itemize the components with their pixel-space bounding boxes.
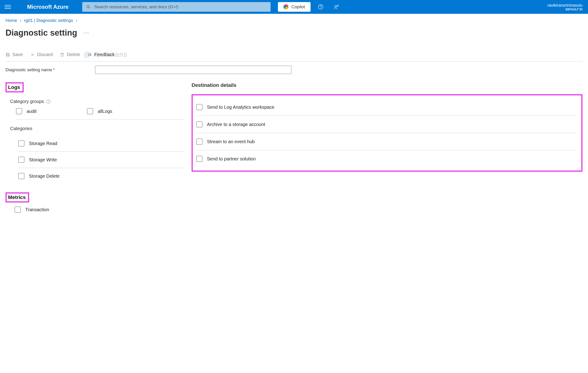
- checkbox-label: allLogs: [98, 109, 112, 114]
- setting-name-row: Diagnostic setting name*: [6, 66, 582, 74]
- discard-button: Discard: [30, 52, 53, 57]
- discard-label: Discard: [37, 52, 53, 57]
- checkbox-storage-delete[interactable]: Storage Delete: [18, 168, 185, 184]
- help-button[interactable]: [315, 1, 326, 12]
- checkbox-icon[interactable]: [18, 140, 24, 146]
- checkbox-transaction[interactable]: Transaction: [15, 207, 185, 213]
- svg-point-0: [87, 5, 90, 8]
- chevron-right-icon: ›: [76, 18, 77, 23]
- search-container: [82, 2, 271, 12]
- copilot-icon: [284, 4, 288, 10]
- hamburger-menu-icon[interactable]: [5, 4, 11, 10]
- checkbox-icon[interactable]: [196, 104, 202, 110]
- checkbox-label: Storage Read: [29, 141, 57, 146]
- checkbox-log-analytics[interactable]: Send to Log Analytics workspace: [196, 99, 577, 116]
- metrics-heading: Metrics: [6, 192, 29, 202]
- destination-heading: Destination details: [191, 82, 582, 88]
- more-actions-icon[interactable]: ···: [84, 30, 89, 36]
- user-tenant: DEFAULT DI: [547, 8, 582, 11]
- checkbox-icon[interactable]: [18, 157, 24, 163]
- breadcrumb: Home › rg01 | Diagnostic settings ›: [6, 18, 582, 23]
- page-title-row: Diagnostic setting ···: [6, 28, 582, 38]
- svg-point-4: [335, 5, 336, 7]
- categories-label: Categories: [10, 126, 185, 131]
- checkbox-storage-account[interactable]: Archive to a storage account: [196, 116, 577, 133]
- feedback-button[interactable]: Feedback: [87, 52, 115, 57]
- azure-topbar: Microsoft Azure Copilot ravikiransriniva…: [0, 0, 588, 14]
- user-account[interactable]: ravikiransrinivasulu DEFAULT DI: [547, 3, 583, 11]
- checkbox-label: Stream to an event hub: [207, 139, 255, 144]
- brand-label: Microsoft Azure: [27, 4, 68, 10]
- checkbox-label: Archive to a storage account: [207, 122, 265, 127]
- svg-point-3: [320, 8, 321, 8]
- command-toolbar: Save Discard Delete Feedback @ ravikiran…: [6, 52, 582, 62]
- checkbox-icon[interactable]: [87, 108, 93, 114]
- save-icon: [6, 53, 10, 57]
- checkbox-audit[interactable]: audit: [16, 108, 37, 114]
- svg-line-1: [89, 7, 90, 8]
- save-label: Save: [12, 52, 23, 57]
- delete-icon: [60, 53, 64, 57]
- checkbox-icon[interactable]: [196, 139, 202, 145]
- checkbox-label: Storage Delete: [29, 173, 60, 179]
- destination-column: Destination details Send to Log Analytic…: [191, 82, 582, 213]
- copilot-button[interactable]: Copilot: [278, 2, 310, 12]
- help-icon: [318, 4, 323, 10]
- breadcrumb-level1[interactable]: rg01 | Diagnostic settings: [24, 18, 73, 23]
- checkbox-storage-read[interactable]: Storage Read: [18, 135, 185, 152]
- setting-name-input[interactable]: [95, 66, 292, 74]
- checkbox-icon[interactable]: [196, 156, 202, 162]
- search-input[interactable]: [94, 4, 266, 10]
- checkbox-label: Send to partner solution: [207, 156, 256, 161]
- checkbox-icon[interactable]: [15, 207, 21, 213]
- close-icon: [30, 53, 35, 57]
- checkbox-label: Send to Log Analytics workspace: [207, 105, 274, 110]
- info-icon[interactable]: i: [46, 99, 51, 104]
- search-icon: [86, 5, 91, 9]
- delete-button: Delete: [60, 52, 80, 57]
- checkbox-icon[interactable]: [18, 173, 24, 179]
- feedback-label: Feedback: [94, 52, 115, 57]
- logs-heading: Logs: [6, 82, 24, 92]
- checkbox-icon[interactable]: [16, 108, 22, 114]
- person-feedback-icon: [334, 4, 339, 10]
- user-name: ravikiransrinivasulu: [547, 3, 582, 8]
- checkbox-label: Storage Write: [29, 157, 57, 162]
- megaphone-icon: [87, 53, 92, 57]
- save-button: Save: [6, 52, 23, 57]
- page-title: Diagnostic setting: [6, 28, 77, 38]
- checkbox-icon[interactable]: [196, 121, 202, 127]
- chevron-right-icon: ›: [20, 18, 21, 23]
- checkbox-event-hub[interactable]: Stream to an event hub: [196, 133, 577, 150]
- page-content: Home › rg01 | Diagnostic settings › Diag…: [0, 14, 588, 217]
- checkbox-partner-solution[interactable]: Send to partner solution: [196, 150, 577, 167]
- logs-column: Logs Category groups i audit allLogs Cat…: [6, 82, 185, 213]
- category-groups-label: Category groups: [10, 99, 44, 104]
- setting-name-label: Diagnostic setting name*: [6, 67, 95, 72]
- feedback-button[interactable]: [331, 1, 342, 12]
- destination-highlight: Send to Log Analytics workspace Archive …: [191, 94, 582, 172]
- checkbox-label: Transaction: [25, 207, 49, 212]
- category-groups-header: Category groups i: [10, 99, 185, 104]
- checkbox-label: audit: [27, 109, 37, 114]
- copilot-label: Copilot: [291, 4, 305, 10]
- delete-label: Delete: [67, 52, 80, 57]
- categories-list: Storage Read Storage Write Storage Delet…: [18, 135, 185, 184]
- breadcrumb-home[interactable]: Home: [6, 18, 17, 23]
- checkbox-storage-write[interactable]: Storage Write: [18, 152, 185, 168]
- checkbox-alllogs[interactable]: allLogs: [87, 108, 112, 114]
